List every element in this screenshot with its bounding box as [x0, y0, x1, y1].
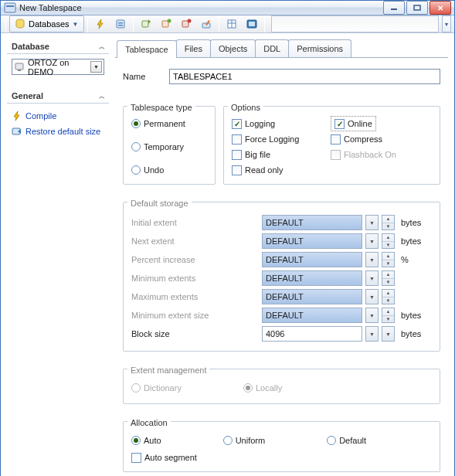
storage-label: Maximum extents [131, 292, 259, 301]
storage-label: Minimum extent size [131, 311, 259, 320]
radio-permanent[interactable]: Permanent [131, 116, 185, 131]
tab-permissions[interactable]: Permissions [288, 39, 351, 57]
storage-value: DEFAULT [262, 270, 362, 286]
spinner: ▲▼ [382, 252, 395, 267]
lightning-icon [12, 110, 22, 121]
tab-ddl[interactable]: DDL [255, 39, 289, 57]
toolbar-edit-button[interactable] [197, 15, 216, 32]
svg-rect-9 [162, 21, 168, 27]
checkbox-force-logging[interactable]: Force Logging [232, 131, 299, 147]
toolbar-add-button[interactable] [137, 15, 155, 32]
toolbar-lightning-button[interactable] [91, 15, 110, 32]
dropdown-arrow-icon: ▼ [73, 21, 79, 28]
svg-rect-2 [391, 8, 397, 10]
tab-files[interactable]: Files [176, 39, 211, 57]
storage-label: Percent increase [131, 255, 259, 264]
dropdown-arrow-icon[interactable]: ▼ [382, 326, 395, 342]
toolbar-add2-button[interactable] [157, 15, 175, 32]
name-input[interactable] [169, 69, 440, 84]
svg-rect-0 [5, 3, 15, 12]
toolbar-remove-button[interactable] [177, 15, 195, 32]
dropdown-arrow-icon: ▼ [90, 61, 102, 73]
svg-rect-20 [18, 70, 21, 71]
svg-rect-3 [414, 5, 420, 10]
storage-value[interactable]: 4096 [262, 326, 362, 342]
dropdown-arrow-icon: ▼ [365, 289, 379, 304]
storage-unit: % [401, 255, 432, 264]
sidebar-general-header[interactable]: General ︽ [7, 89, 109, 104]
checkbox-logging[interactable]: Logging [232, 116, 275, 131]
storage-row: Minimum extentsDEFAULT▼▲▼ [131, 270, 432, 286]
checkbox-read-only[interactable]: Read only [232, 162, 284, 178]
checkbox-online[interactable]: Online [331, 116, 376, 131]
dropdown-arrow-icon[interactable]: ▼ [365, 326, 379, 342]
storage-row: Block size4096▼▼bytes [131, 326, 432, 342]
dropdown-arrow-icon: ▼ [365, 252, 379, 267]
svg-rect-6 [118, 22, 123, 24]
allocation-legend: Allocation [127, 418, 171, 427]
storage-label: Next extent [131, 236, 259, 246]
spinner: ▲▼ [382, 308, 395, 323]
storage-value: DEFAULT [262, 252, 362, 267]
radio-undo[interactable]: Undo [131, 162, 164, 178]
svg-point-12 [187, 19, 191, 23]
toolbar-overflow[interactable]: ▾ [442, 15, 451, 32]
checkbox-big-file[interactable]: Big file [232, 147, 270, 162]
storage-row: Maximum extentsDEFAULT▼▲▼ [131, 289, 432, 304]
name-label: Name [123, 72, 169, 81]
dropdown-arrow-icon: ▼ [365, 270, 379, 286]
storage-label: Initial extent [131, 218, 259, 227]
svg-rect-8 [142, 21, 148, 27]
default-storage-legend: Default storage [127, 199, 192, 208]
options-legend: Options [228, 103, 263, 112]
radio-default[interactable]: Default [327, 433, 366, 448]
checkbox-auto-segment[interactable]: Auto segment [131, 450, 197, 465]
sidebar-link-compile[interactable]: Compile [12, 108, 104, 124]
storage-unit: bytes [401, 329, 432, 338]
storage-value: DEFAULT [262, 289, 362, 304]
svg-point-10 [167, 19, 171, 23]
storage-label: Block size [131, 329, 259, 338]
storage-unit: bytes [401, 236, 432, 246]
storage-label: Minimum extents [131, 274, 259, 283]
dropdown-arrow-icon: ▼ [365, 215, 379, 230]
storage-row: Next extentDEFAULT▼▲▼bytes [131, 233, 432, 249]
svg-rect-11 [182, 21, 188, 27]
toolbar-table-button[interactable] [222, 15, 241, 32]
minimize-button[interactable] [383, 1, 405, 15]
svg-rect-5 [117, 20, 124, 28]
sidebar-database-header[interactable]: Database ︽ [7, 39, 109, 54]
radio-auto[interactable]: Auto [131, 433, 161, 448]
radio-locally: Locally [243, 380, 282, 396]
extent-management-legend: Extent management [127, 366, 209, 375]
toolbar-script-button[interactable] [243, 15, 261, 32]
collapse-icon: ︽ [99, 92, 104, 100]
tab-tablespace[interactable]: Tablespace [117, 40, 177, 58]
sidebar-link-restore[interactable]: Restore default size [12, 124, 104, 139]
checkbox-compress[interactable]: Compress [331, 131, 382, 147]
storage-row: Minimum extent sizeDEFAULT▼▲▼bytes [131, 308, 432, 323]
toolbar-execute-button[interactable] [111, 15, 130, 32]
main-panel: Tablespace Files Objects DDL Permissions… [115, 39, 448, 476]
toolbar-search-field[interactable] [271, 15, 439, 32]
spinner: ▲▼ [382, 289, 395, 304]
tab-objects[interactable]: Objects [210, 39, 256, 57]
storage-unit: bytes [401, 311, 432, 320]
close-button[interactable]: ✕ [430, 1, 451, 15]
spinner: ▲▼ [382, 233, 395, 249]
storage-value: DEFAULT [262, 308, 362, 323]
storage-unit: bytes [401, 218, 432, 227]
radio-dictionary: Dictionary [131, 380, 182, 396]
titlebar: New Tablespace ✕ [1, 1, 454, 15]
databases-dropdown[interactable]: Databases ▼ [9, 15, 84, 32]
maximize-button[interactable] [406, 1, 428, 15]
radio-uniform[interactable]: Uniform [223, 433, 266, 448]
svg-rect-7 [118, 25, 123, 26]
toolbar: Databases ▼ ▾ [1, 15, 454, 33]
host-icon [14, 62, 25, 73]
dropdown-arrow-icon: ▼ [365, 308, 379, 323]
tab-bar: Tablespace Files Objects DDL Permissions [115, 39, 448, 58]
database-selector[interactable]: ORTOZ on DEMO ▼ [12, 59, 104, 75]
radio-temporary[interactable]: Temporary [131, 139, 184, 155]
sidebar: Database ︽ ORTOZ on DEMO ▼ General ︽ [7, 39, 109, 476]
